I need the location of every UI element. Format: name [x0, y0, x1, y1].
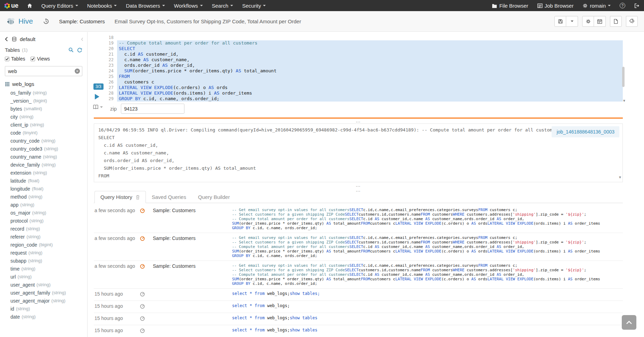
nav-item-notebooks[interactable]: Notebooks	[83, 0, 122, 11]
column-item-code[interactable]: code(tinyint)	[0, 129, 87, 137]
hue-logo[interactable]: ue	[0, 0, 23, 11]
column-item-country-name[interactable]: country_name(string)	[0, 153, 87, 161]
hive-app-button[interactable]: Hive	[6, 17, 33, 25]
function-assist-toggle[interactable]	[93, 104, 103, 110]
editor-line-18[interactable]: 18	[105, 35, 623, 40]
column-item-user-agent[interactable]: user_agent(string)	[0, 281, 87, 289]
column-item-app[interactable]: app(string)	[0, 201, 87, 209]
home-button[interactable]	[23, 0, 37, 11]
column-item-record[interactable]: record(string)	[0, 225, 87, 233]
column-item-os-major[interactable]: os_major(string)	[0, 209, 87, 217]
editor-line-28[interactable]: 28LATERAL VIEW EXPLODE(ords.items) i AS …	[105, 90, 623, 96]
tags-button[interactable]	[626, 16, 638, 27]
document-description[interactable]: Email Survey Opt-Ins, Customers for Ship…	[115, 18, 301, 24]
history-row[interactable]: 15 hours agoselect * from web_logs;show …	[94, 325, 623, 337]
execute-button[interactable]	[95, 94, 99, 99]
trash-icon[interactable]	[135, 195, 140, 200]
variable-input[interactable]	[121, 104, 184, 114]
column-item-longitude[interactable]: longitude(float)	[0, 185, 87, 193]
job-browser-button[interactable]: Job Browser	[533, 0, 578, 11]
nav-item-security[interactable]: Security	[238, 0, 270, 11]
new-document-button[interactable]	[610, 16, 622, 27]
table-item-web-logs[interactable]: web_logs	[0, 78, 87, 89]
file-browser-button[interactable]: File Browser	[487, 0, 532, 11]
database-name[interactable]: default	[20, 36, 35, 42]
nav-item-query-editors[interactable]: Query Editors	[37, 0, 83, 11]
back-arrow-icon[interactable]	[4, 37, 9, 42]
editor-line-21[interactable]: 21 c.id AS customer_id,	[105, 51, 623, 57]
schedule-button[interactable]	[594, 16, 606, 27]
column-item-bytes[interactable]: bytes(smallint)	[0, 105, 87, 113]
refresh-icon[interactable]	[77, 47, 82, 53]
column-item-extension[interactable]: extension(string)	[0, 169, 87, 177]
editor-line-20[interactable]: 20SELECT	[105, 46, 623, 51]
column-item-user-agent-major[interactable]: user_agent_major(string)	[0, 297, 87, 305]
column-item-client-ip[interactable]: client_ip(string)	[0, 121, 87, 129]
editor-line-23[interactable]: 23 ords.order_id AS order_id,	[105, 63, 623, 68]
column-item-subapp[interactable]: subapp(string)	[0, 257, 87, 265]
editor-line-27[interactable]: 27LATERAL VIEW EXPLODE(c.orders) o AS or…	[105, 85, 623, 90]
help-button[interactable]: ?	[615, 0, 630, 11]
resize-handle[interactable]: ⋯	[94, 184, 623, 188]
history-row[interactable]: 15 hours agoselect * from web_logs;show …	[94, 313, 623, 325]
column-item-protocol[interactable]: protocol(string)	[0, 217, 87, 225]
log-scroll-down-icon[interactable]: ▼	[619, 174, 621, 181]
collapse-panel-icon[interactable]	[81, 37, 84, 41]
editor-line-24[interactable]: 24 SUM(order_items.price * order_items.q…	[105, 68, 623, 74]
search-icon[interactable]	[68, 47, 74, 53]
column-item--version-[interactable]: _version_(bigint)	[0, 97, 87, 105]
history-row[interactable]: 15 hours agoselect * from web_logs;show …	[94, 289, 623, 301]
nav-item-search[interactable]: Search	[207, 0, 238, 11]
tab-query-builder[interactable]: Query Builder	[192, 191, 236, 203]
column-item-request[interactable]: request(string)	[0, 249, 87, 257]
nav-item-data-browsers[interactable]: Data Browsers	[121, 0, 169, 11]
editor-line-22[interactable]: 22 c.name AS customer_name,	[105, 57, 623, 63]
caret-down-button[interactable]	[566, 16, 578, 27]
line-number: 19	[105, 40, 117, 46]
hue-flower-icon	[4, 3, 10, 9]
document-title[interactable]: Sample: Customers	[59, 18, 105, 24]
table-search-input[interactable]	[5, 66, 82, 76]
tab-query-history[interactable]: Query History	[94, 191, 146, 203]
column-item-user-agent-family[interactable]: user_agent_family(string)	[0, 289, 87, 297]
column-item-method[interactable]: method(string)	[0, 193, 87, 201]
editor-scroll-down-icon[interactable]: ▼	[622, 99, 626, 103]
editor-scrollbar[interactable]	[622, 67, 625, 87]
query-history-icon[interactable]	[43, 18, 49, 25]
column-item-country-code[interactable]: country_code(string)	[0, 137, 87, 145]
settings-button[interactable]	[582, 16, 594, 27]
column-item-region-code[interactable]: region_code(bigint)	[0, 241, 87, 249]
editor-line-19[interactable]: 19-- Compute total amount per order for …	[105, 40, 623, 46]
history-row[interactable]: 15 hours agoselect * from web_logs;	[94, 301, 623, 313]
history-row[interactable]: a few seconds agoSample: Customers-- Get…	[94, 205, 623, 233]
column-item-id[interactable]: id(string)	[0, 305, 87, 313]
clear-search-icon[interactable]: ✕	[75, 69, 80, 74]
job-link[interactable]: job_1461888648136_0003	[556, 129, 614, 135]
editor-line-25[interactable]: 25FROM	[105, 74, 623, 79]
sql-editor[interactable]: 18 19-- Compute total amount per order f…	[105, 32, 623, 102]
scroll-to-top-button[interactable]	[622, 315, 636, 330]
column-item-os-family[interactable]: os_family(string)	[0, 89, 87, 97]
tab-saved-queries[interactable]: Saved Queries	[146, 191, 192, 203]
sign-out-button[interactable]	[630, 0, 644, 11]
column-item-device-family[interactable]: device_family(string)	[0, 161, 87, 169]
column-item-referer[interactable]: referer(string)	[0, 233, 87, 241]
editor-line-29[interactable]: 29GROUP BY c.id, c.name, ords.order_id;	[105, 96, 623, 102]
column-item-country-code3[interactable]: country_code3(string)	[0, 145, 87, 153]
user-menu[interactable]: romain	[578, 0, 615, 11]
status-gauge-orange-icon	[140, 208, 153, 230]
column-item-url[interactable]: url(string)	[0, 273, 87, 281]
nav-item-workflows[interactable]: Workflows	[170, 0, 207, 11]
save-button[interactable]	[554, 16, 566, 27]
resize-handle[interactable]: ⋯	[94, 120, 623, 123]
filter-views-checkbox[interactable]: Views	[31, 56, 50, 62]
column-item-latitude[interactable]: latitude(float)	[0, 177, 87, 185]
column-item-date[interactable]: date(string)	[0, 313, 87, 321]
editor-line-26[interactable]: 26 customers c	[105, 79, 623, 85]
history-row[interactable]: a few seconds agoSample: Customers-- Get…	[94, 233, 623, 261]
column-item-time[interactable]: time(string)	[0, 265, 87, 273]
filter-tables-checkbox[interactable]: Tables	[5, 56, 25, 62]
column-item-city[interactable]: city(string)	[0, 113, 87, 121]
app-header: Hive Sample: Customers Email Survey Opt-…	[0, 11, 644, 32]
history-row[interactable]: a few seconds agoSample: Customers-- Get…	[94, 261, 623, 289]
